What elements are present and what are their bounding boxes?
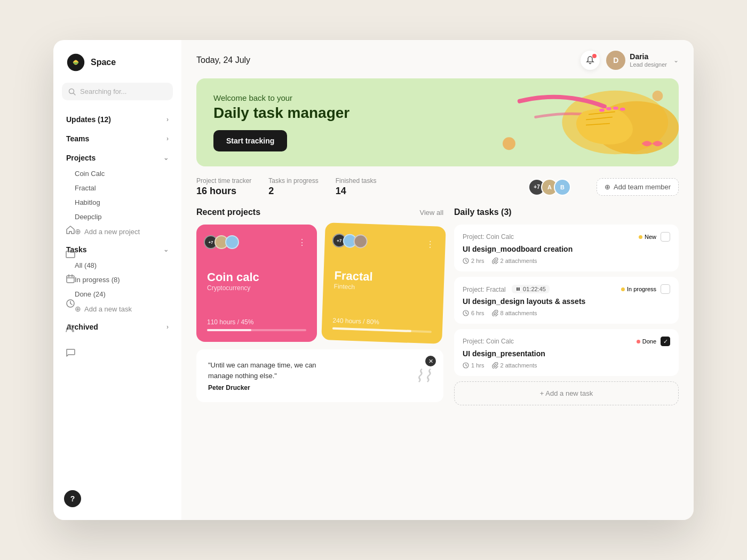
- team-avatar-2: B: [554, 179, 571, 196]
- task-checkbox-2[interactable]: [661, 284, 670, 294]
- hero-text: Welcome back to your Daily task manager …: [213, 93, 662, 151]
- add-project-button[interactable]: ⊕ Add a new project: [66, 224, 173, 239]
- project-card-fractal[interactable]: +7 ⋮ Fractal Fintech 240 hours / 80%: [321, 222, 446, 344]
- card-top-coincalc: +7 ⋮: [207, 235, 306, 249]
- card-progress-bar-fractal: [332, 327, 431, 333]
- task-project-line-3: Project: Coin Calc Done ✓: [463, 337, 670, 346]
- teams-header[interactable]: Teams ›: [62, 130, 173, 147]
- tasks-chevron: ⌄: [163, 246, 169, 253]
- task-status-1: New: [639, 234, 656, 240]
- task-checkbox-1[interactable]: [661, 232, 670, 242]
- people-icon[interactable]: [62, 319, 79, 337]
- user-chevron-icon: ⌄: [673, 57, 679, 64]
- quote-signature: ⌇⌇: [415, 366, 432, 386]
- search-icon: [68, 88, 76, 95]
- svg-line-2: [74, 93, 76, 95]
- notification-dot: [592, 54, 597, 58]
- svg-point-8: [68, 325, 71, 328]
- sidebar-tasks-done[interactable]: Done (24): [66, 287, 173, 301]
- logo-icon: [66, 53, 85, 72]
- task-hours-1: 2 hrs: [463, 258, 484, 264]
- task-card-3: Project: Coin Calc Done ✓ UI design_pres…: [454, 329, 679, 376]
- app-title: Space: [91, 58, 116, 67]
- add-member-label: Add team member: [614, 183, 671, 191]
- message-icon[interactable]: [62, 344, 79, 361]
- task-hours-label-2: 6 hrs: [471, 310, 484, 316]
- projects-cards: +7 ⋮ Coin calc Cryptocurrency 110 hours …: [196, 225, 443, 342]
- projects-header[interactable]: Projects ⌄: [62, 149, 173, 166]
- team-avatars: +7 A B: [533, 179, 571, 196]
- in-progress-label: Tasks in progress: [268, 177, 318, 185]
- add-task-button[interactable]: ⊕ Add a new task: [66, 301, 173, 316]
- folder-icon[interactable]: [62, 246, 79, 263]
- status-dot-1: [639, 235, 642, 239]
- add-task-label: Add a new task: [84, 305, 132, 313]
- task-project-3: Project: Coin Calc: [463, 338, 514, 345]
- task-project-line-2: Project: Fractal 01:22:45: [463, 284, 670, 294]
- status-label-2: In progress: [627, 286, 656, 292]
- project-card-coincalc[interactable]: +7 ⋮ Coin calc Cryptocurrency 110 hours …: [196, 225, 317, 342]
- task-project-1: Project: Coin Calc: [463, 233, 514, 241]
- top-bar: Today, 24 July D Daria Lead designer ⌄: [181, 40, 694, 78]
- sidebar-tasks-inprogress[interactable]: In progress (8): [66, 273, 173, 287]
- task-name-2: UI design_design layouts & assets: [463, 297, 670, 306]
- task-checkbox-3[interactable]: ✓: [661, 337, 670, 346]
- updates-header[interactable]: Updates (12) ›: [62, 111, 173, 128]
- help-button[interactable]: ?: [64, 490, 81, 507]
- sidebar-project-fractal[interactable]: Fractal: [66, 181, 173, 195]
- view-all-link[interactable]: View all: [419, 209, 443, 217]
- stat-in-progress: Tasks in progress 2: [268, 177, 318, 197]
- task-meta-2: 6 hrs 8 attachments: [463, 310, 670, 316]
- card-menu-icon[interactable]: ⋮: [298, 237, 306, 247]
- task-card-2: Project: Fractal 01:22:45: [454, 277, 679, 324]
- add-new-task-button[interactable]: + Add a new task: [454, 381, 679, 405]
- bottom-section: Recent projects View all +7 ⋮: [181, 207, 694, 520]
- task-name-3: UI design_presentation: [463, 349, 670, 358]
- start-tracking-button[interactable]: Start tracking: [213, 130, 287, 151]
- quote-content: "Until we can manage time, we can manage…: [208, 360, 387, 391]
- stat-tracker: Project time tracker 16 hours: [196, 177, 251, 197]
- task-attachments-label-2: 8 attachments: [500, 310, 537, 316]
- card-name-coincalc: Coin calc: [207, 270, 306, 284]
- tracker-label: Project time tracker: [196, 177, 251, 185]
- in-progress-value: 2: [268, 186, 318, 197]
- notification-button[interactable]: [581, 51, 600, 70]
- hero-title: Daily task manager: [213, 105, 662, 122]
- task-project-2: Project: Fractal 01:22:45: [463, 285, 550, 293]
- sidebar-tasks-all[interactable]: All (48): [66, 258, 173, 273]
- sidebar-project-coincalc[interactable]: Coin Calc: [66, 166, 173, 181]
- sidebar-project-deepclip[interactable]: Deepclip: [66, 210, 173, 224]
- sidebar-project-habitlog[interactable]: Habitlog: [66, 195, 173, 210]
- home-icon[interactable]: [62, 221, 79, 238]
- clock-icon[interactable]: [62, 295, 79, 312]
- recent-projects: Recent projects View all +7 ⋮: [196, 207, 443, 505]
- top-right: D Daria Lead designer ⌄: [581, 51, 679, 70]
- teams-chevron: ›: [166, 135, 169, 142]
- sidebar-section-updates: Updates (12) ›: [62, 111, 173, 128]
- projects-section-header: Recent projects View all: [196, 207, 443, 217]
- projects-chevron: ⌄: [163, 154, 169, 162]
- daily-tasks: Daily tasks (3) Project: Coin Calc New: [454, 207, 679, 505]
- card-menu-icon-fractal[interactable]: ⋮: [425, 238, 434, 249]
- task-project-line-1: Project: Coin Calc New: [463, 232, 670, 242]
- clock-small-icon-2: [463, 310, 469, 316]
- current-date: Today, 24 July: [196, 55, 250, 65]
- updates-chevron: ›: [166, 116, 169, 123]
- card-hours-fractal: 240 hours / 80%: [332, 317, 432, 327]
- add-member-button[interactable]: ⊕ Add team member: [597, 178, 679, 196]
- card-avatars-fractal: +7: [335, 234, 368, 249]
- attachment-icon-1: [492, 258, 498, 264]
- status-label-1: New: [645, 234, 656, 240]
- card-category-coincalc: Cryptocurrency: [207, 284, 306, 292]
- tasks-section-header: Daily tasks (3): [454, 207, 679, 217]
- task-hours-3: 1 hrs: [463, 362, 484, 369]
- pause-icon: [515, 286, 521, 292]
- search-bar[interactable]: Searching for...: [62, 83, 173, 100]
- quote-close-button[interactable]: ✕: [425, 356, 436, 366]
- user-profile[interactable]: D Daria Lead designer ⌄: [606, 51, 679, 70]
- calendar-icon[interactable]: [62, 270, 79, 287]
- quote-card: "Until we can manage time, we can manage…: [196, 349, 443, 402]
- user-details: Daria Lead designer: [630, 52, 667, 68]
- avatar: D: [606, 51, 625, 70]
- finished-value: 14: [336, 186, 377, 197]
